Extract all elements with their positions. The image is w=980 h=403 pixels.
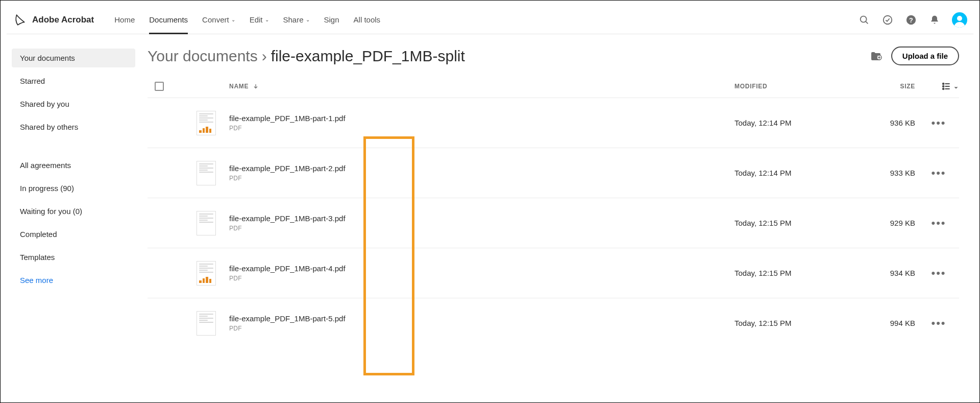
list-view-icon: [941, 81, 951, 91]
breadcrumb: Your documents › file-example_PDF_1MB-sp…: [148, 48, 465, 65]
file-name: file-example_PDF_1MB-part-2.pdf: [229, 164, 734, 173]
sidebar-item-in-progress[interactable]: In progress (90): [12, 179, 135, 198]
file-type: PDF: [229, 125, 734, 132]
sidebar-item-waiting-for-you[interactable]: Waiting for you (0): [12, 202, 135, 221]
upload-button[interactable]: Upload a file: [891, 46, 959, 65]
topbar-right: ?: [858, 12, 967, 28]
nav-sign[interactable]: Sign: [324, 6, 339, 34]
sidebar-item-all-agreements[interactable]: All agreements: [12, 156, 135, 175]
sidebar-group-agreements: All agreements In progress (90) Waiting …: [12, 156, 135, 290]
file-type: PDF: [229, 325, 734, 332]
table-row[interactable]: file-example_PDF_1MB-part-4.pdfPDFToday,…: [148, 248, 959, 298]
bell-icon[interactable]: [928, 14, 941, 26]
brand-name: Adobe Acrobat: [32, 15, 94, 25]
file-type: PDF: [229, 275, 734, 282]
view-options[interactable]: ⌄: [918, 81, 959, 91]
content: Your documents › file-example_PDF_1MB-sp…: [135, 34, 973, 402]
sidebar-item-completed[interactable]: Completed: [12, 225, 135, 244]
help-icon[interactable]: ?: [905, 14, 917, 26]
chevron-down-icon: ⌄: [265, 17, 269, 22]
topbar: Adobe Acrobat Home Documents Convert⌄ Ed…: [7, 6, 973, 34]
file-thumbnail: [197, 161, 216, 185]
file-thumbnail: [197, 111, 216, 135]
column-name[interactable]: NAME: [229, 83, 734, 90]
sidebar-item-starred[interactable]: Starred: [12, 72, 135, 90]
file-size: 936 KB: [852, 118, 918, 127]
table-row[interactable]: file-example_PDF_1MB-part-1.pdfPDFToday,…: [148, 98, 959, 148]
brand: Adobe Acrobat: [13, 13, 94, 27]
file-size: 994 KB: [852, 319, 918, 327]
sidebar-item-your-documents[interactable]: Your documents: [12, 49, 135, 67]
avatar[interactable]: [952, 12, 967, 28]
nav-convert[interactable]: Convert⌄: [202, 6, 235, 34]
file-modified: Today, 12:15 PM: [734, 269, 852, 277]
chevron-down-icon: ⌄: [953, 83, 959, 90]
file-name: file-example_PDF_1MB-part-3.pdf: [229, 214, 734, 223]
table-row[interactable]: file-example_PDF_1MB-part-3.pdfPDFToday,…: [148, 198, 959, 248]
svg-text:?: ?: [909, 16, 913, 23]
row-more-icon[interactable]: •••: [918, 167, 959, 180]
row-more-icon[interactable]: •••: [918, 217, 959, 230]
breadcrumb-current: file-example_PDF_1MB-split: [271, 48, 465, 65]
svg-point-12: [943, 85, 944, 87]
acrobat-logo-icon: [13, 13, 26, 27]
file-size: 933 KB: [852, 169, 918, 177]
sidebar-group-docs: Your documents Starred Shared by you Sha…: [12, 49, 135, 136]
svg-point-0: [861, 16, 867, 22]
nav-share[interactable]: Share⌄: [283, 6, 310, 34]
chevron-down-icon: ⌄: [231, 17, 235, 22]
select-all-checkbox[interactable]: [155, 82, 164, 91]
sidebar-item-shared-by-others[interactable]: Shared by others: [12, 117, 135, 136]
svg-point-10: [943, 83, 944, 84]
table-row[interactable]: file-example_PDF_1MB-part-2.pdfPDFToday,…: [148, 148, 959, 198]
svg-line-1: [866, 21, 868, 23]
file-modified: Today, 12:15 PM: [734, 319, 852, 327]
file-thumbnail: [197, 211, 216, 235]
file-name: file-example_PDF_1MB-part-4.pdf: [229, 264, 734, 273]
breadcrumb-sep: ›: [262, 48, 267, 65]
chevron-down-icon: ⌄: [306, 17, 310, 22]
svg-point-14: [943, 88, 944, 89]
content-header: Your documents › file-example_PDF_1MB-sp…: [148, 46, 959, 65]
search-icon[interactable]: [858, 14, 870, 26]
svg-point-2: [884, 15, 892, 24]
sidebar-item-templates[interactable]: Templates: [12, 248, 135, 267]
sidebar-item-see-more[interactable]: See more: [12, 271, 135, 290]
file-table: NAME MODIFIED SIZE ⌄ file-example_PDF_1M…: [148, 75, 959, 348]
row-more-icon[interactable]: •••: [918, 317, 959, 330]
nav-alltools[interactable]: All tools: [354, 6, 381, 34]
table-header: NAME MODIFIED SIZE ⌄: [148, 75, 959, 98]
nav-documents[interactable]: Documents: [149, 6, 188, 34]
breadcrumb-root[interactable]: Your documents: [148, 48, 258, 65]
file-name: file-example_PDF_1MB-part-1.pdf: [229, 114, 734, 123]
sidebar: Your documents Starred Shared by you Sha…: [7, 34, 135, 402]
file-type: PDF: [229, 175, 734, 182]
sort-arrow-down-icon: [253, 83, 259, 89]
file-thumbnail: [197, 311, 216, 336]
table-row[interactable]: file-example_PDF_1MB-part-5.pdfPDFToday,…: [148, 298, 959, 348]
sidebar-item-shared-by-you[interactable]: Shared by you: [12, 94, 135, 113]
column-size[interactable]: SIZE: [852, 83, 918, 90]
row-more-icon[interactable]: •••: [918, 267, 959, 280]
nav-edit[interactable]: Edit⌄: [250, 6, 269, 34]
file-thumbnail: [197, 261, 216, 286]
file-size: 929 KB: [852, 219, 918, 227]
svg-point-5: [957, 16, 962, 21]
nav-home[interactable]: Home: [114, 6, 135, 34]
file-name: file-example_PDF_1MB-part-5.pdf: [229, 314, 734, 323]
file-size: 934 KB: [852, 269, 918, 277]
file-modified: Today, 12:14 PM: [734, 169, 852, 177]
row-more-icon[interactable]: •••: [918, 116, 959, 130]
file-type: PDF: [229, 225, 734, 232]
add-folder-icon[interactable]: [870, 50, 882, 62]
file-modified: Today, 12:14 PM: [734, 118, 852, 127]
file-modified: Today, 12:15 PM: [734, 219, 852, 227]
column-modified[interactable]: MODIFIED: [734, 83, 852, 90]
checkmark-circle-icon[interactable]: [881, 14, 894, 26]
nav-items: Home Documents Convert⌄ Edit⌄ Share⌄ Sig…: [114, 6, 380, 34]
